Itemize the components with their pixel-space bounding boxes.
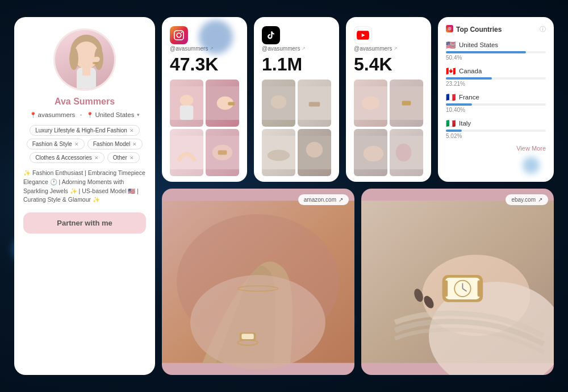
country-item-it: 🇮🇹 Italy 5.02% [446,119,546,139]
ebay-label[interactable]: ebay.com ↗ [506,194,548,205]
tag-clothes: Clothes & Accessories ✕ [30,152,105,163]
profile-handle: 📍 avasummers [30,111,76,118]
svg-point-40 [190,275,325,370]
profile-meta: 📍 avasummers • 📍 United States ▾ [30,111,140,118]
info-icon[interactable]: ⓘ [540,25,546,34]
yt-thumb-2 [390,80,423,127]
tiktok-handle[interactable]: @avasummers ↗ [262,45,331,52]
ig-thumb-1 [170,80,203,127]
instagram-icon [170,26,188,44]
tiktok-icon [262,26,280,44]
svg-point-9 [180,95,194,106]
yt-external-icon: ↗ [394,46,398,51]
avatar-image [55,30,114,89]
youtube-handle[interactable]: @avasummers ↗ [354,45,423,52]
bar-wrap-us [446,51,546,53]
amazon-label[interactable]: amazon.com ↗ [298,194,349,205]
bar-it [446,130,462,132]
country-row-fr: 🇫🇷 France [446,93,546,102]
svg-point-37 [451,27,452,28]
bottom-row: amazon.com ↗ [162,189,554,375]
svg-point-4 [69,47,78,70]
tag-close-luxury[interactable]: ✕ [130,128,134,134]
svg-rect-54 [478,281,483,297]
tt-thumb-3 [262,129,295,176]
bar-wrap-ca [446,77,546,80]
tag-close-fashion-style[interactable]: ✕ [74,141,79,147]
flag-it: 🇮🇹 [446,119,456,128]
ig-thumb-3 [170,129,203,176]
svg-rect-17 [218,151,227,155]
svg-point-36 [449,28,450,29]
chevron-down-icon: ▾ [137,112,140,118]
profile-location[interactable]: 📍 United States ▾ [86,111,140,118]
svg-rect-43 [241,334,253,340]
tags-section: Luxury Lifestyle & High-End Fashion ✕ Fa… [23,125,146,163]
tag-close-fashion-model[interactable]: ✕ [132,141,137,147]
tt-thumb-1 [262,80,295,127]
external-link-icon: ↗ [210,46,214,51]
location-icon: 📍 [30,112,36,118]
partner-button[interactable]: Partner with me [23,212,146,233]
flag-ca: 🇨🇦 [446,66,456,76]
svg-point-25 [306,142,323,158]
right-section: @avasummers ↗ 47.3K [162,17,554,375]
svg-point-27 [362,97,379,110]
ebay-ext-icon: ↗ [538,197,542,203]
meta-divider: • [80,111,82,118]
country-row-us: 🇺🇸 United States [446,40,546,49]
tt-thumb-2 [298,80,331,127]
svg-rect-10 [180,105,194,120]
svg-rect-53 [442,281,448,297]
main-layout: Ava Summers 📍 avasummers • 📍 United Stat… [0,0,568,392]
svg-point-33 [396,144,412,161]
tag-fashion-model: Fashion Model ✕ [87,139,143,149]
tag-close-clothes[interactable]: ✕ [94,155,99,161]
youtube-thumbnails [354,80,423,176]
bar-us [446,51,526,53]
pct-it: 5.02% [446,133,546,139]
countries-card: Top Countries ⓘ 🇺🇸 United States 50.4% [438,17,554,182]
svg-rect-3 [82,64,90,76]
bio-text: ✨ Fashion Enthusiast | Embracing Timepie… [23,169,146,205]
country-name-fr: France [459,94,479,101]
tt-thumb-4 [298,129,331,176]
amazon-label-text: amazon.com [304,197,336,203]
ig-thumb-4 [206,129,239,176]
tiktok-card: @avasummers ↗ 1.1M [254,17,339,182]
instagram-handle[interactable]: @avasummers ↗ [170,45,239,52]
country-item-fr: 🇫🇷 France 10.40% [446,93,546,113]
map-icon: 📍 [86,112,93,118]
amazon-ext-icon: ↗ [339,197,343,203]
product-card-ebay: ebay.com ↗ [361,189,554,375]
flag-fr: 🇫🇷 [446,93,456,102]
svg-rect-29 [402,101,411,106]
countries-title: Top Countries [446,25,502,34]
yt-thumb-1 [354,80,387,127]
youtube-count: 5.4K [354,54,423,75]
instagram-card: @avasummers ↗ 47.3K [162,17,247,182]
youtube-icon [354,26,372,44]
instagram-header [170,26,239,44]
bar-ca [446,77,492,80]
country-row-ca: 🇨🇦 Canada [446,66,546,76]
tiktok-thumbnails [262,80,331,176]
avatar [53,28,116,91]
top-row: @avasummers ↗ 47.3K [162,17,554,182]
yt-thumb-3 [354,129,387,176]
svg-point-23 [268,150,290,161]
tag-close-other[interactable]: ✕ [130,155,134,161]
pct-fr: 10.40% [446,107,546,113]
country-name-it: Italy [459,120,471,127]
tiktok-external-icon: ↗ [302,46,306,51]
tiktok-header [262,26,331,44]
tag-fashion-style: Fashion & Style ✕ [27,139,85,149]
youtube-card: @avasummers ↗ 5.4K [346,17,431,182]
tag-other: Other ✕ [107,152,140,163]
bar-fr [446,103,472,106]
view-more-link[interactable]: View More [446,145,546,152]
bar-wrap-it [446,130,546,132]
ebay-label-text: ebay.com [511,197,536,203]
country-row-it: 🇮🇹 Italy [446,119,546,128]
country-item-us: 🇺🇸 United States 50.4% [446,40,546,61]
